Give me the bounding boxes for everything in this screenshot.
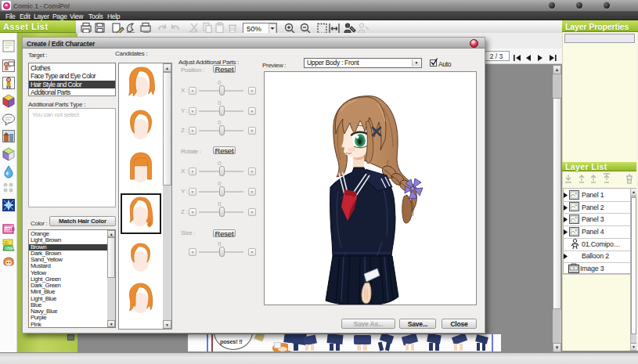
svg-text:USER: USER xyxy=(5,228,16,232)
svg-text:USER: USER xyxy=(5,247,16,250)
svg-text:3D: 3D xyxy=(4,241,9,245)
svg-text:50%: 50% xyxy=(247,24,262,33)
